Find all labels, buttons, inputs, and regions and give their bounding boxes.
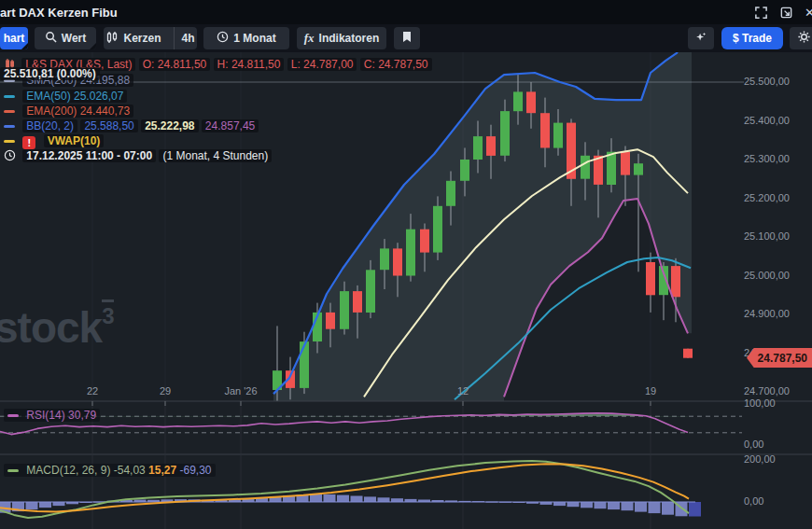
symbol-search-label: Wert [62,32,86,45]
popout-icon[interactable] [779,6,793,20]
ema50-label: EMA(50) 25.026,07 [22,90,127,103]
titlebar: art DAX Kerzen Fibu ✕ [0,0,812,24]
y-axis-label: 25.300,00 [744,153,790,164]
timeframe-label: 4h [182,32,195,45]
legend-bb-row[interactable]: BB(20, 2) 25.588,50 25.222,98 24.857,45 [4,119,259,132]
bb-swatch [4,125,15,128]
ema50-swatch [4,95,15,98]
window-title: art DAX Kerzen Fibu [0,6,118,20]
macd-name: MACD(12, 26, 9) [26,464,110,477]
macd-axis-label: 200,00 [744,453,776,465]
macd-signal-value: 15,27 [148,464,176,477]
warning-icon: ! [22,136,35,149]
trade-button[interactable]: $ Trade [721,27,783,49]
settings-button[interactable] [790,27,812,49]
symbol-search-button[interactable]: Wert [35,27,96,49]
ema200-swatch [4,110,15,113]
y-axis-label: 24.700,00 [744,385,790,397]
daterange-detail: (1 Monat, 4 Stunden) [159,149,272,162]
macd-axis-label: 0,00 [744,495,763,507]
legend-daterange-row: 17.12.2025 11:00 - 07:00 (1 Monat, 4 Stu… [4,149,272,164]
legend-vwap-row[interactable]: ! VWAP(10) [4,134,104,149]
rsi-swatch [7,414,19,417]
clock-icon [217,31,229,46]
macd-hist-value: -69,30 [179,464,211,477]
rsi-name: RSI(14) [26,409,64,422]
y-axis-label: 25.500,00 [744,76,790,87]
close-icon[interactable]: ✕ [805,6,812,20]
indicators-label: Indikatoren [319,32,380,45]
rsi-indicator-label[interactable]: RSI(14) 30,79 [4,409,100,422]
x-axis-label: 22 [87,385,98,397]
rsi-axis-label: 100,00 [744,397,776,409]
y-axis-label: 25.400,00 [744,115,790,126]
last-price-tag: 24.787,50 [747,348,812,368]
macd-swatch [7,469,19,472]
x-axis-label: 19 [645,385,656,397]
y-axis-label: 25.200,00 [744,192,790,203]
rsi-value: 30,79 [68,409,96,422]
fullscreen-icon[interactable] [754,6,768,20]
indicators-button[interactable]: fx Indikatoren [297,27,386,49]
magic-ai-button[interactable] [688,27,714,49]
chart-button[interactable]: hart [0,27,28,49]
chart-area: stock3 L&S DAX (L&S, Last) O: 24.811,50 … [0,52,812,529]
clock-small-icon [4,151,19,164]
y-axis-label: 25.100,00 [744,230,790,242]
y-axis-label: 25.000,00 [744,270,790,281]
chart-type-label: Kerzen [123,32,161,45]
x-axis-label: 12 [457,385,469,397]
bookmark-icon [401,31,413,46]
last-price-value: 24.787,50 [758,352,807,365]
macd-value: -54,03 [114,464,146,477]
daterange-label: 17.12.2025 11:00 - 07:00 [22,149,156,162]
ohlc-high: H: 24.811,50 [214,58,285,71]
legend-ema200-row[interactable]: EMA(200) 24.440,73 [4,104,133,118]
ohlc-low: L: 24.787,00 [287,58,357,71]
sparkles-icon [694,31,707,47]
range-button[interactable]: 1 Monat [203,27,289,49]
chart-type-button[interactable]: Kerzen [104,27,169,49]
bb-lower-value: 24.857,45 [202,119,259,132]
gear-icon [797,30,811,47]
macd-indicator-label[interactable]: MACD(12, 26, 9) -54,03 15,27 -69,30 [4,464,216,477]
price-tooltip: 25.510,81 (0.00%) [0,67,100,80]
bb-upper-value: 25.588,50 [80,119,137,132]
y-axis-label: 24.900,00 [744,308,790,319]
chart-type-group: Kerzen 4h [104,27,197,49]
timeframe-button[interactable]: 4h [174,27,198,49]
x-axis-label: 29 [160,385,171,397]
search-icon [45,31,57,46]
vwap-label: VWAP(10) [44,134,105,147]
x-axis-label: Jan '26 [224,385,257,397]
bookmark-button[interactable] [394,27,420,49]
ohlc-open: O: 24.811,50 [139,58,211,71]
toolbar: hart Wert Kerzen 4h [0,24,812,52]
watermark: stock3 [0,302,114,353]
trading-app: art DAX Kerzen Fibu ✕ hart Wert [0,0,812,529]
range-label: 1 Monat [233,32,275,45]
trade-button-label: $ Trade [733,32,772,45]
ohlc-close: C: 24.787,50 [360,58,432,71]
candles-icon [105,31,119,47]
fx-icon: fx [304,31,315,46]
ema200-label: EMA(200) 24.440,73 [22,104,133,118]
bb-label: BB(20, 2) [22,119,77,132]
legend-ema50-row[interactable]: EMA(50) 25.026,07 [4,90,127,103]
vwap-swatch [4,140,15,143]
rsi-axis-label: 0,00 [744,439,763,450]
bb-mid-value: 25.222,98 [141,119,198,132]
